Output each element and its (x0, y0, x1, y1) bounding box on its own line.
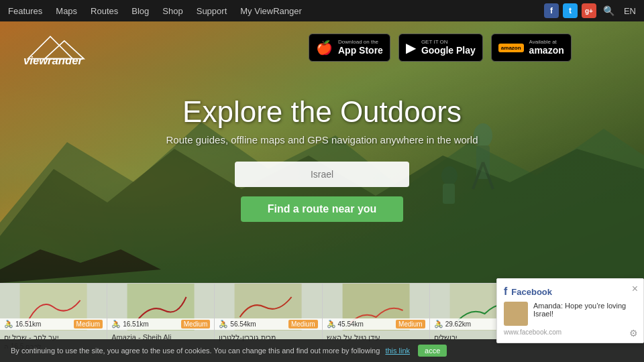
twitter-icon[interactable]: t (563, 3, 578, 18)
amazon-line2: amazon (529, 45, 564, 56)
location-search-input[interactable] (235, 162, 409, 187)
nav-blog[interactable]: Blog (131, 6, 149, 16)
fb-close-button[interactable]: × (632, 283, 638, 295)
facebook-notification: f Facebook × Amanda: Hope you’re loving … (496, 278, 644, 343)
nav-support[interactable]: Support (197, 6, 227, 16)
cookie-link[interactable]: this link (385, 347, 410, 355)
fb-notif-header: f Facebook (504, 286, 637, 298)
language-selector[interactable]: EN (624, 6, 636, 16)
viewranger-logo-graphic: viewranger (13, 31, 121, 64)
appstore-line2: App Store (338, 45, 383, 56)
route-stats: 🚴45.54kmMedium (323, 318, 429, 330)
nav-myviewranger[interactable]: My ViewRanger (240, 6, 302, 16)
route-distance: 🚴29.62km (434, 320, 471, 328)
route-distance: 🚴45.54km (327, 320, 364, 328)
difficulty-badge: Medium (288, 320, 318, 328)
bike-icon: 🚴 (111, 320, 121, 328)
route-stats: 🚴56.54kmMedium (215, 318, 321, 330)
fb-notif-url: www.facebook.com (504, 328, 637, 336)
logo-area: viewranger (13, 31, 121, 67)
bike-icon: 🚴 (434, 320, 443, 328)
difficulty-badge: Medium (74, 320, 103, 328)
fb-avatar (504, 302, 528, 326)
difficulty-badge: Medium (396, 320, 425, 328)
settings-icon[interactable]: ⚙ (629, 328, 638, 339)
svg-text:viewranger: viewranger (23, 54, 83, 64)
app-badges: 🍎 Download on the App Store ▶ GET IT ON … (309, 34, 572, 62)
googleplay-badge[interactable]: ▶ GET IT ON Google Play (398, 34, 483, 62)
find-route-button[interactable]: Find a route near you (241, 196, 404, 222)
cookie-accept-button[interactable]: acce (418, 345, 447, 357)
amazon-badge[interactable]: amazon Available at amazon (491, 34, 572, 62)
nav-features[interactable]: Features (8, 6, 42, 16)
fb-notif-body: Amanda: Hope you’re loving Israel! (504, 302, 637, 326)
appstore-badge[interactable]: 🍎 Download on the App Store (309, 34, 390, 62)
googleplus-icon[interactable]: g+ (582, 3, 596, 18)
route-stats: 🚴16.51kmMedium (0, 318, 107, 330)
top-navigation: Features Maps Routes Blog Shop Support M… (0, 0, 644, 21)
googleplay-icon: ▶ (406, 40, 416, 56)
googleplay-line1: GET IT ON (421, 39, 476, 46)
nav-maps[interactable]: Maps (56, 6, 77, 16)
bike-icon: 🚴 (219, 320, 228, 328)
facebook-icon[interactable]: f (544, 3, 559, 18)
apple-icon: 🍎 (316, 40, 333, 56)
nav-right: f t g+ 🔍 EN (544, 3, 636, 18)
hero-title: Explore the Outdoors (0, 95, 644, 129)
route-distance: 🚴16.51km (111, 320, 148, 328)
bike-icon: 🚴 (327, 320, 336, 328)
fb-message: Amanda: Hope you’re loving Israel! (533, 302, 637, 318)
route-stats: 🚴16.51kmMedium (107, 318, 214, 330)
search-icon[interactable]: 🔍 (600, 4, 617, 17)
amazon-logo: amazon (498, 44, 524, 52)
nav-routes[interactable]: Routes (91, 6, 118, 16)
difficulty-badge: Medium (181, 320, 211, 328)
route-distance: 🚴16.51km (4, 320, 41, 328)
appstore-line1: Download on the (338, 39, 383, 46)
hero-section: viewranger 🍎 Download on the App Store ▶… (0, 21, 644, 283)
nav-links: Features Maps Routes Blog Shop Support M… (8, 6, 544, 16)
fb-notif-title: Facebook (511, 287, 552, 297)
amazon-line1: Available at (529, 39, 564, 46)
facebook-logo-icon: f (504, 286, 507, 298)
hero-subtitle: Route guides, offline maps and GPS navig… (0, 134, 644, 145)
route-distance: 🚴56.54km (219, 320, 256, 328)
googleplay-line2: Google Play (421, 45, 476, 56)
bike-icon: 🚴 (4, 320, 13, 328)
hero-content: Explore the Outdoors Route guides, offli… (0, 95, 644, 222)
nav-shop[interactable]: Shop (162, 6, 182, 16)
cookie-text: By continuing to use the site, you agree… (11, 347, 380, 355)
